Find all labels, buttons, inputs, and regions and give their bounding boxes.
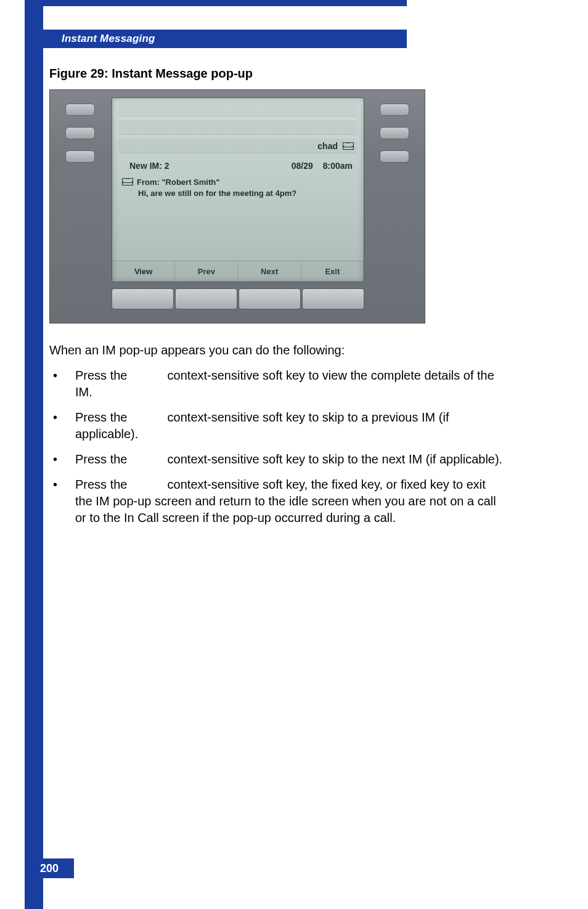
intro-paragraph: When an IM pop-up appears you can do the…: [49, 342, 505, 359]
figure-phone: chad New IM: 2 08/29 8:00am From: "Rober…: [49, 89, 425, 324]
phone-lcd: chad New IM: 2 08/29 8:00am From: "Rober…: [112, 97, 364, 282]
hardkey-right-2: [380, 127, 409, 139]
lcd-status-row: [118, 102, 357, 116]
list-item: Press the context-sensitive soft key to …: [49, 451, 505, 468]
softkey-label-view: View: [112, 261, 175, 282]
lcd-status-rows: chad: [112, 98, 364, 153]
hardkey-right-3: [380, 150, 409, 163]
physical-softkey: [175, 288, 237, 309]
list-item: Press the context-sensitive soft key, th…: [49, 476, 505, 526]
figure-caption: Figure 29: Instant Message pop-up: [49, 67, 536, 81]
lcd-date: 08/29: [292, 161, 313, 171]
list-item: Press the context-sensitive soft key to …: [49, 367, 505, 401]
page-number: 200: [25, 858, 74, 878]
softkey-label-row: View Prev Next Exit: [112, 261, 364, 282]
hardkey-right-1: [380, 104, 409, 116]
softkey-label-prev: Prev: [175, 261, 238, 282]
lcd-from-label: From: "Robert Smith": [137, 177, 219, 188]
section-header: Instant Messaging: [25, 30, 407, 48]
physical-softkey: [302, 288, 364, 309]
instruction-list: Press the context-sensitive soft key to …: [49, 367, 505, 526]
hardkey-left-3: [65, 150, 95, 163]
lcd-new-im-count: New IM: 2: [129, 161, 169, 171]
bullet-prefix: Press the: [75, 410, 131, 424]
left-margin-strip: [25, 0, 43, 909]
bullet-rest: context-sensitive soft key to view the c…: [75, 369, 494, 399]
top-accent-bar: [25, 0, 407, 6]
lcd-message-body: From: "Robert Smith" Hi, are we still on…: [112, 171, 364, 198]
lcd-status-row: [118, 120, 357, 135]
list-item: Press the context-sensitive soft key to …: [49, 409, 505, 442]
softkey-label-exit: Exit: [301, 261, 364, 282]
section-title: Instant Messaging: [62, 33, 155, 45]
hardkey-left-2: [65, 127, 95, 139]
page-number-value: 200: [40, 862, 59, 875]
mail-icon: [343, 142, 354, 150]
lcd-time: 8:00am: [323, 161, 353, 171]
physical-softkey: [239, 288, 301, 309]
bullet-rest: context-sensitive soft key, the fixed ke…: [75, 478, 496, 524]
lcd-user-row: chad: [118, 139, 357, 153]
softkey-label-next: Next: [239, 261, 301, 282]
bullet-prefix: Press the: [75, 478, 131, 491]
lcd-user-name: chad: [317, 141, 338, 151]
bullet-prefix: Press the: [75, 452, 131, 466]
mail-icon: [122, 178, 133, 185]
lcd-message-text: Hi, are we still on for the meeting at 4…: [122, 188, 353, 199]
bullet-prefix: Press the: [75, 369, 131, 382]
hardkey-left-1: [65, 104, 95, 116]
bullet-rest: context-sensitive soft key to skip to a …: [75, 410, 449, 441]
bullet-rest: context-sensitive soft key to skip to th…: [164, 452, 502, 466]
lcd-info-bar: New IM: 2 08/29 8:00am: [112, 157, 364, 171]
physical-softkey-row: [112, 288, 364, 309]
physical-softkey: [112, 288, 174, 309]
